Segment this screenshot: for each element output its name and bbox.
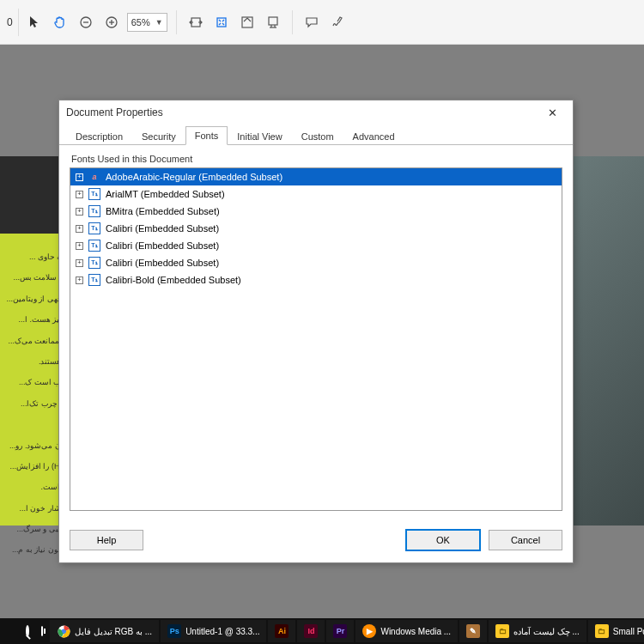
font-name-label: Calibri-Bold (Embedded Subset): [106, 275, 241, 285]
font-list-item[interactable]: +T₁Calibri-Bold (Embedded Subset): [70, 271, 562, 289]
font-list-item[interactable]: +T₁Calibri (Embedded Subset): [70, 237, 562, 254]
help-button[interactable]: Help: [70, 530, 143, 550]
chrome-icon: [57, 624, 70, 638]
comment-icon[interactable]: [301, 12, 322, 33]
truetype-font-icon: T₁: [88, 188, 100, 200]
sign-icon[interactable]: [327, 12, 348, 33]
taskbar-item[interactable]: تبدیل فایل RGB به ...: [50, 620, 159, 642]
svg-rect-8: [269, 17, 277, 25]
folder-icon: 🗀: [595, 624, 609, 638]
tab-security[interactable]: Security: [132, 127, 185, 145]
font-name-label: BMitra (Embedded Subset): [106, 206, 220, 216]
hand-tool-icon[interactable]: [50, 12, 70, 33]
toolbar-separator: [292, 10, 293, 34]
taskbar-item-label: Small Pdf: [613, 627, 644, 636]
tab-description[interactable]: Description: [66, 127, 132, 145]
dialog-title: Document Properties: [66, 106, 163, 118]
truetype-font-icon: T₁: [88, 222, 100, 234]
fonts-listbox[interactable]: +aAdobeArabic-Regular (Embedded Subset)+…: [70, 167, 562, 511]
taskbar-item[interactable]: PsUntitled-1 @ 33.3...: [161, 620, 266, 642]
taskbar-item[interactable]: Pr: [326, 620, 354, 642]
tree-expander-icon[interactable]: +: [76, 225, 83, 233]
tab-advanced[interactable]: Advanced: [343, 127, 404, 145]
font-name-label: AdobeArabic-Regular (Embedded Subset): [106, 172, 283, 182]
tree-expander-icon[interactable]: +: [76, 208, 83, 216]
search-icon: [26, 625, 29, 637]
fit-width-icon[interactable]: [185, 12, 206, 33]
ok-button[interactable]: OK: [406, 530, 480, 550]
taskbar-item[interactable]: 🗀Small Pdf: [588, 620, 644, 642]
truetype-font-icon: T₁: [88, 205, 100, 217]
tree-expander-icon[interactable]: +: [76, 191, 83, 198]
taskbar-item-label: چک لیست آماده ...: [513, 627, 580, 636]
svg-rect-6: [217, 18, 226, 27]
select-tool-icon[interactable]: [24, 12, 45, 33]
dialog-titlebar[interactable]: Document Properties ✕: [59, 100, 573, 125]
document-page-right: [562, 156, 644, 526]
chevron-down-icon: ▼: [155, 18, 163, 27]
read-mode-icon[interactable]: [263, 12, 283, 33]
taskview-icon: [41, 626, 43, 636]
taskbar-item[interactable]: Id: [297, 620, 325, 642]
start-button[interactable]: [3, 620, 17, 642]
wmp-icon: ▶: [362, 624, 376, 638]
dialog-button-row: Help OK Cancel: [59, 521, 573, 562]
app-toolbar: 0 65% ▼: [0, 0, 644, 45]
tree-expander-icon[interactable]: +: [76, 259, 83, 267]
fit-page-icon[interactable]: [211, 12, 232, 33]
task-view-button[interactable]: [34, 620, 48, 642]
document-properties-dialog: Document Properties ✕ Description Securi…: [58, 100, 574, 563]
dialog-tabs: Description Security Fonts Initial View …: [59, 125, 573, 145]
zoom-in-icon[interactable]: [101, 12, 122, 33]
indesign-icon: Id: [304, 624, 318, 638]
tab-fonts[interactable]: Fonts: [185, 126, 228, 145]
fonts-section-label: Fonts Used in this Document: [71, 154, 562, 164]
font-list-item[interactable]: +T₁Calibri (Embedded Subset): [70, 254, 562, 271]
taskbar-item-label: Untitled-1 @ 33.3...: [185, 627, 259, 636]
tree-expander-icon[interactable]: +: [76, 242, 83, 250]
font-list-item[interactable]: +T₁Calibri (Embedded Subset): [70, 220, 562, 237]
folder-icon: 🗀: [495, 624, 509, 638]
taskbar-item-label: Windows Media ...: [380, 627, 451, 636]
search-button[interactable]: [19, 620, 33, 642]
tree-expander-icon[interactable]: +: [76, 173, 83, 181]
taskbar-item[interactable]: ✎: [459, 620, 487, 642]
tree-expander-icon[interactable]: +: [76, 276, 83, 284]
font-name-label: Calibri (Embedded Subset): [106, 258, 219, 268]
dialog-body: Fonts Used in this Document +aAdobeArabi…: [59, 145, 573, 521]
font-list-item[interactable]: +T₁BMitra (Embedded Subset): [70, 203, 562, 220]
tab-initial-view[interactable]: Initial View: [228, 127, 291, 145]
truetype-font-icon: T₁: [88, 274, 100, 286]
zoom-level-combo[interactable]: 65% ▼: [127, 13, 167, 32]
windows-taskbar: تبدیل فایل RGB به ...PsUntitled-1 @ 33.3…: [0, 618, 644, 644]
truetype-font-icon: T₁: [88, 257, 100, 269]
page-indicator: 0: [7, 9, 19, 36]
tab-custom[interactable]: Custom: [292, 127, 343, 145]
font-list-item[interactable]: +T₁ArialMT (Embedded Subset): [70, 185, 562, 203]
photoshop-icon: Ps: [167, 624, 181, 638]
cancel-button[interactable]: Cancel: [489, 530, 562, 550]
premiere-icon: Pr: [333, 624, 347, 638]
fullscreen-icon[interactable]: [237, 12, 258, 33]
font-name-label: Calibri (Embedded Subset): [106, 240, 219, 251]
opentype-font-icon: a: [88, 171, 100, 183]
font-name-label: Calibri (Embedded Subset): [106, 223, 219, 234]
taskbar-item[interactable]: Ai: [268, 620, 295, 642]
taskbar-item[interactable]: ▶Windows Media ...: [355, 620, 458, 642]
truetype-font-icon: T₁: [88, 240, 100, 252]
sticky-notes-icon: ✎: [466, 624, 480, 638]
taskbar-item-label: تبدیل فایل RGB به ...: [75, 627, 152, 636]
illustrator-icon: Ai: [275, 624, 289, 638]
font-name-label: ArialMT (Embedded Subset): [106, 189, 225, 199]
zoom-out-icon[interactable]: [76, 12, 96, 33]
zoom-value: 65%: [131, 17, 150, 27]
close-icon[interactable]: ✕: [538, 103, 566, 122]
toolbar-separator: [176, 10, 177, 34]
taskbar-item[interactable]: 🗀چک لیست آماده ...: [489, 620, 586, 642]
font-list-item[interactable]: +aAdobeArabic-Regular (Embedded Subset): [70, 168, 562, 185]
